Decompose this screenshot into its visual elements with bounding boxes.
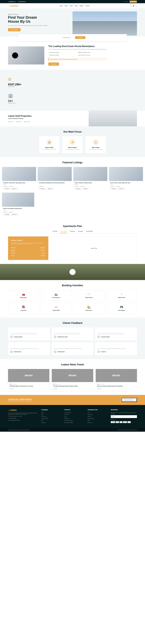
plan-tab[interactable]: Deluxe Portion	[60, 230, 67, 233]
feedback-author: Admininstrator	[58, 351, 65, 352]
footer-heading: Services	[64, 409, 85, 410]
amenity-card[interactable]: 🛡Private Security	[74, 290, 104, 301]
search-tabs: Property Status Location	[18, 34, 127, 41]
plan-tab[interactable]: Double Height	[86, 230, 93, 232]
news-card[interactable]: 800x562👤 admin 📁 InteriorThe Most Inspir…	[52, 369, 93, 391]
amenity-card[interactable]: 🏊Swimming Pool	[41, 290, 72, 301]
listing-action-button[interactable]: View Details	[39, 188, 46, 190]
footer-link[interactable]: FAQ	[88, 420, 108, 421]
footer-link[interactable]: Wish List	[64, 414, 85, 415]
listing-card[interactable]: Vacant / Prime Located / High Grant View…	[109, 167, 143, 191]
listing-spec: 2 Bathrooms	[9, 186, 14, 187]
tab-location[interactable]: Location	[75, 36, 85, 39]
nav-news[interactable]: News	[75, 5, 78, 6]
listing-card[interactable]: Nevski Corona Duplex Apt Ready SoonLondo…	[2, 193, 34, 217]
read-more-link[interactable]: Read More	[97, 388, 101, 389]
listing-action-button[interactable]: Add to Cart	[47, 188, 54, 190]
footer-link[interactable]: Order Tracking	[64, 412, 85, 413]
feedback-card: "The customer service is outstanding dec…	[8, 328, 50, 340]
footer-link[interactable]: Terms & Conditions	[64, 420, 85, 421]
plan-tab[interactable]: Top Garden	[78, 230, 83, 232]
listing-card[interactable]: An Artfully View Delight Now Fully Furni…	[38, 167, 72, 191]
cart-icon[interactable]: 🛒	[135, 5, 137, 7]
nav-about[interactable]: About	[65, 5, 68, 6]
plans-title: Apartments Plan	[8, 225, 137, 228]
plan-tab[interactable]: Penthouse	[70, 230, 75, 232]
nav-pages[interactable]: Pages	[80, 5, 83, 6]
plan-tab[interactable]: The Studio	[53, 230, 57, 232]
enquiry-button[interactable]: Make An Enquiry	[8, 28, 21, 31]
focus-card[interactable]: 📋Sell a homeover 1 million homes for sal…	[86, 136, 106, 153]
read-more-link[interactable]: Read More	[53, 388, 57, 389]
nav-home[interactable]: Home	[59, 5, 63, 6]
amenity-card[interactable]: 📚Library Area	[8, 303, 39, 314]
feedback-author: Admininstrator	[14, 351, 21, 352]
footer-link[interactable]: Order tracking	[88, 418, 108, 419]
listing-image	[2, 193, 34, 207]
listing-action-button[interactable]: View Details	[75, 188, 82, 190]
focus-icon: 🔑	[69, 139, 76, 145]
footer-email[interactable]: ✉ example@example.com	[8, 420, 38, 421]
tab-property-status[interactable]: Property Status	[60, 36, 73, 39]
focus-card[interactable]: 🔑Rent a homeover 1 million homes for sal…	[62, 136, 83, 153]
hero-title: Find Your Dream House By Us	[8, 16, 48, 24]
footer-link[interactable]: Login	[88, 412, 108, 413]
footer-link[interactable]: Login	[64, 416, 85, 417]
news-card[interactable]: 800x562👤 admin 📁 Home10 Brilliant Ways T…	[8, 369, 49, 391]
listing-action-button[interactable]: Add to Cart	[11, 213, 18, 216]
footer-link[interactable]: My account	[64, 418, 85, 419]
play-icon[interactable]	[69, 269, 76, 275]
footer-links[interactable]: Terms & Conditions Claim Privacy & Polic…	[118, 429, 137, 430]
footer-link[interactable]: About	[41, 412, 61, 413]
listing-action-button[interactable]: Add to Cart	[11, 188, 18, 190]
focus-card-desc: over 1 million homes for sale available	[41, 149, 57, 150]
amenity-card[interactable]: 🚗Parking Space	[8, 290, 39, 301]
listing-card[interactable]: Pristine 1 Bedroom 1 Bathroom RiseMelbou…	[73, 167, 107, 191]
footer-phone[interactable]: 📞 +0123-456789	[8, 418, 38, 419]
footer-link[interactable]: Blog	[41, 414, 61, 415]
footer-logo[interactable]: ⌂ conkav	[8, 409, 38, 411]
footer-link[interactable]: Contact us	[41, 422, 61, 423]
focus-icon: 📋	[93, 139, 99, 145]
amenity-name: Smart Homes	[75, 310, 103, 311]
footer-link[interactable]: Promotional Offers	[64, 422, 85, 423]
focus-card-desc: over 1 million homes for sale available	[88, 149, 104, 150]
nav-contact[interactable]: Contact	[85, 5, 89, 6]
footer-link[interactable]: All Products	[41, 416, 61, 417]
search-icon[interactable]: 🔍	[130, 5, 132, 7]
nav-shop[interactable]: Shop	[70, 5, 73, 6]
focus-card-title: Rent a home	[64, 147, 81, 148]
news-card[interactable]: 800x562👤 admin 📁 EstateRecent Commercial…	[96, 369, 137, 391]
footer-link[interactable]: Wish List	[88, 416, 108, 417]
linkedin-icon[interactable]: in	[127, 1, 128, 2]
topbar-email[interactable]: ✉ info@site.com	[8, 1, 16, 2]
listing-location: Melbourne	[75, 184, 106, 185]
listing-action-button[interactable]: View Details	[110, 188, 117, 190]
explore-button[interactable]: Explore Properties →	[122, 398, 137, 402]
amenity-icon: 🛡	[75, 292, 103, 296]
add-listing-button[interactable]: Add Listing	[129, 0, 137, 2]
logo[interactable]: ⌂ conkav	[8, 4, 19, 7]
listing-action-button[interactable]: View Details	[3, 188, 11, 190]
listing-action-button[interactable]: Add to Cart	[82, 188, 89, 190]
footer-link[interactable]: FAQ	[41, 420, 61, 421]
amenity-card[interactable]: 🏡Smart Homes	[74, 303, 104, 314]
about-section: The Leading Real Estate Rental Marketpla…	[0, 41, 145, 70]
user-icon[interactable]: 👤	[133, 5, 134, 7]
footer-link[interactable]: My account	[88, 414, 108, 415]
footer-link[interactable]: Locations Map	[41, 418, 61, 419]
amenity-card[interactable]: 🎮Kid's Playland	[106, 303, 137, 314]
listing-action-button[interactable]: Add to Cart	[118, 188, 125, 190]
amenity-card[interactable]: 🛏King Size Beds	[41, 303, 72, 314]
listing-action-button[interactable]: View Details	[3, 213, 11, 216]
footer-link[interactable]: Contact us	[88, 422, 108, 423]
services-button[interactable]: Our Services	[48, 62, 59, 66]
newsletter-input[interactable]	[111, 415, 137, 418]
focus-card[interactable]: 🏠Buy a homeover 1 million homes for sale…	[39, 136, 59, 153]
twitter-icon[interactable]: 𝕏	[125, 1, 126, 2]
copyright: All Rights Reserved @ Vulvar Real Estate…	[8, 429, 29, 430]
read-more-link[interactable]: Read More	[10, 388, 14, 389]
listing-card[interactable]: 3 Bedroom / Vacant Now / Open Bright Lay…	[2, 167, 36, 191]
amenity-card[interactable]: ⚕Medical Center	[106, 290, 137, 301]
counter-num: 11+	[8, 99, 137, 102]
